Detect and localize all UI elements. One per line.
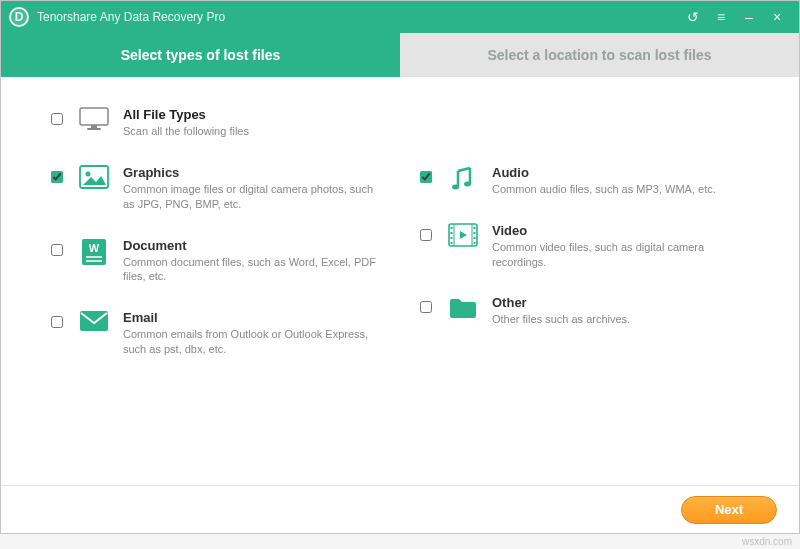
filetype-document: W Document Common document files, such a… xyxy=(51,238,380,285)
menu-icon[interactable]: ≡ xyxy=(707,6,735,28)
minimize-button[interactable]: – xyxy=(735,6,763,28)
svg-rect-0 xyxy=(80,108,108,125)
filetype-document-desc: Common document files, such as Word, Exc… xyxy=(123,255,380,285)
filetype-email-title: Email xyxy=(123,310,380,325)
filetype-email-desc: Common emails from Outlook or Outlook Ex… xyxy=(123,327,380,357)
app-window: D Tenorshare Any Data Recovery Pro ↺ ≡ –… xyxy=(0,0,800,534)
tab-select-types[interactable]: Select types of lost files xyxy=(1,33,400,77)
content-area: All File Types Scan all the following fi… xyxy=(1,77,799,485)
filetype-other: Other Other files such as archives. xyxy=(420,295,749,327)
svg-rect-2 xyxy=(87,128,101,130)
tab-select-location[interactable]: Select a location to scan lost files xyxy=(400,33,799,77)
app-title: Tenorshare Any Data Recovery Pro xyxy=(37,10,225,24)
svg-rect-18 xyxy=(451,242,453,244)
folder-icon xyxy=(444,295,482,319)
monitor-icon xyxy=(75,107,113,131)
filetype-video: Video Common video files, such as digita… xyxy=(420,223,749,270)
filetype-audio-title: Audio xyxy=(492,165,749,180)
filetype-video-title: Video xyxy=(492,223,749,238)
filetype-all: All File Types Scan all the following fi… xyxy=(51,107,749,139)
app-logo-icon: D xyxy=(9,7,29,27)
svg-rect-17 xyxy=(451,237,453,239)
checkbox-document[interactable] xyxy=(51,244,63,256)
filetype-other-desc: Other files such as archives. xyxy=(492,312,749,327)
audio-icon xyxy=(444,165,482,193)
filetype-document-title: Document xyxy=(123,238,380,253)
checkbox-graphics[interactable] xyxy=(51,171,63,183)
checkbox-all[interactable] xyxy=(51,113,63,125)
svg-rect-20 xyxy=(474,232,476,234)
filetype-all-desc: Scan all the following files xyxy=(123,124,749,139)
svg-rect-21 xyxy=(474,237,476,239)
video-icon xyxy=(444,223,482,247)
filetype-video-desc: Common video files, such as digital came… xyxy=(492,240,749,270)
watermark: wsxdn.com xyxy=(742,536,792,547)
filetype-other-title: Other xyxy=(492,295,749,310)
footer: Next xyxy=(1,485,799,533)
svg-rect-1 xyxy=(91,125,97,128)
tab-select-types-label: Select types of lost files xyxy=(121,47,281,63)
document-icon: W xyxy=(75,238,113,266)
svg-rect-22 xyxy=(474,242,476,244)
svg-rect-19 xyxy=(474,227,476,229)
svg-text:W: W xyxy=(89,242,100,254)
checkbox-audio[interactable] xyxy=(420,171,432,183)
svg-point-4 xyxy=(86,171,91,176)
history-icon[interactable]: ↺ xyxy=(679,6,707,28)
filetype-graphics: Graphics Common image files or digital c… xyxy=(51,165,380,212)
svg-rect-15 xyxy=(451,227,453,229)
svg-point-11 xyxy=(464,181,471,186)
titlebar: D Tenorshare Any Data Recovery Pro ↺ ≡ –… xyxy=(1,1,799,33)
svg-rect-9 xyxy=(80,311,108,331)
filetype-audio-desc: Common audio files, such as MP3, WMA, et… xyxy=(492,182,749,197)
checkbox-email[interactable] xyxy=(51,316,63,328)
checkbox-video[interactable] xyxy=(420,229,432,241)
filetype-graphics-desc: Common image files or digital camera pho… xyxy=(123,182,380,212)
close-button[interactable]: × xyxy=(763,6,791,28)
svg-point-10 xyxy=(452,184,459,189)
svg-rect-16 xyxy=(451,232,453,234)
image-icon xyxy=(75,165,113,189)
tab-select-location-label: Select a location to scan lost files xyxy=(487,47,711,63)
filetype-graphics-title: Graphics xyxy=(123,165,380,180)
checkbox-other[interactable] xyxy=(420,301,432,313)
email-icon xyxy=(75,310,113,332)
step-tabs: Select types of lost files Select a loca… xyxy=(1,33,799,77)
filetype-all-title: All File Types xyxy=(123,107,749,122)
filetype-audio: Audio Common audio files, such as MP3, W… xyxy=(420,165,749,197)
filetype-email: Email Common emails from Outlook or Outl… xyxy=(51,310,380,357)
next-button[interactable]: Next xyxy=(681,496,777,524)
